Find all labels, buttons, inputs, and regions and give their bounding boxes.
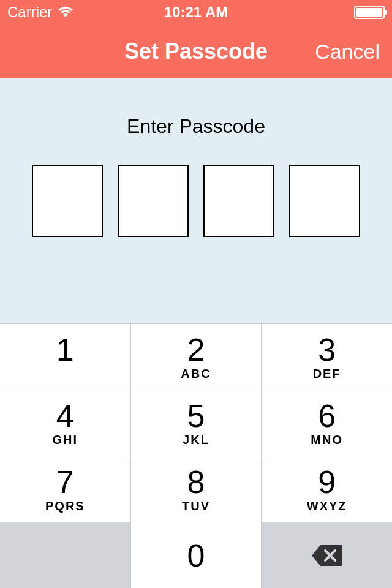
carrier-label: Carrier <box>7 4 52 21</box>
status-left: Carrier <box>7 4 74 21</box>
key-digit: 8 <box>187 466 205 498</box>
passcode-box-3 <box>203 165 274 237</box>
key-digit: 6 <box>318 400 336 432</box>
key-6[interactable]: 6 MNO <box>262 390 392 456</box>
content-area: Enter Passcode <box>0 78 392 323</box>
key-digit: 9 <box>318 466 336 498</box>
key-digit: 7 <box>56 466 74 498</box>
key-4[interactable]: 4 GHI <box>0 390 130 456</box>
key-5[interactable]: 5 JKL <box>131 390 262 456</box>
backspace-button[interactable] <box>262 522 392 588</box>
key-7[interactable]: 7 PQRS <box>0 456 130 522</box>
page-title: Set Passcode <box>124 39 268 64</box>
key-blank <box>0 522 130 588</box>
key-1[interactable]: 1 <box>0 324 130 390</box>
passcode-box-2 <box>118 165 189 237</box>
battery-icon <box>354 6 385 19</box>
backspace-icon <box>311 544 344 567</box>
status-bar: Carrier 10:21 AM <box>0 0 392 24</box>
status-right <box>354 6 385 19</box>
key-letters: PQRS <box>45 499 85 513</box>
key-letters: TUV <box>182 499 210 513</box>
key-letters: DEF <box>313 367 341 380</box>
key-0[interactable]: 0 <box>131 522 262 588</box>
key-letters: JKL <box>183 433 209 447</box>
numeric-keypad: 1 2 ABC 3 DEF 4 GHI 5 JKL 6 MNO 7 PQRS 8… <box>0 323 392 588</box>
passcode-box-4 <box>289 165 360 237</box>
key-digit: 4 <box>56 400 74 432</box>
passcode-box-1 <box>32 165 103 237</box>
wifi-icon <box>57 6 74 18</box>
key-letters: ABC <box>181 367 211 380</box>
key-digit: 3 <box>318 334 336 366</box>
key-letters: GHI <box>53 433 78 447</box>
cancel-button[interactable]: Cancel <box>315 40 380 64</box>
key-3[interactable]: 3 DEF <box>262 324 392 390</box>
key-9[interactable]: 9 WXYZ <box>262 456 392 522</box>
passcode-boxes <box>32 165 360 237</box>
key-digit: 0 <box>187 540 205 571</box>
prompt-label: Enter Passcode <box>127 115 265 138</box>
key-digit: 1 <box>56 334 74 366</box>
nav-bar: Set Passcode Cancel <box>0 24 392 78</box>
key-8[interactable]: 8 TUV <box>131 456 262 522</box>
key-2[interactable]: 2 ABC <box>131 324 262 390</box>
key-digit: 2 <box>187 334 205 366</box>
key-letters: MNO <box>311 433 343 447</box>
key-letters: WXYZ <box>307 499 347 513</box>
key-digit: 5 <box>187 400 205 432</box>
